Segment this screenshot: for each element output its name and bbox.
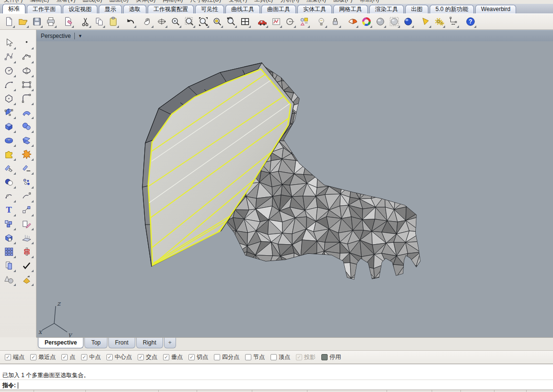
menu-item[interactable]: 工具(L) xyxy=(254,0,273,3)
move-tool-button[interactable] xyxy=(19,203,34,217)
menu-item[interactable]: 文件(F) xyxy=(4,0,23,3)
osnap-checkbox[interactable]: ✓ xyxy=(106,354,113,360)
polygon-tool-button[interactable] xyxy=(1,92,16,106)
curve-point-edit-button[interactable] xyxy=(1,189,16,203)
osnap-节点[interactable]: 节点 xyxy=(245,353,265,361)
color-wheel-button[interactable] xyxy=(359,14,373,29)
osnap-交点[interactable]: ✓交点 xyxy=(138,353,157,361)
sphere-tool-button[interactable] xyxy=(19,119,34,133)
paste-button[interactable] xyxy=(106,14,120,29)
osnap-四分点[interactable]: 四分点 xyxy=(214,353,239,361)
move-car-button[interactable] xyxy=(255,14,269,29)
menu-item[interactable]: 变动(T) xyxy=(228,0,247,3)
plan-drawing-button[interactable] xyxy=(269,14,283,29)
new-file-button[interactable] xyxy=(2,14,16,29)
box-tool-button[interactable] xyxy=(1,119,16,133)
menu-item[interactable]: 编辑(E) xyxy=(30,0,49,3)
copy-tool-button[interactable] xyxy=(1,217,16,231)
options-gears-button[interactable] xyxy=(432,14,446,29)
circle-tool-button[interactable] xyxy=(1,64,16,78)
viewport-dropdown-icon[interactable]: ▼ xyxy=(78,34,82,38)
four-viewports-button[interactable] xyxy=(238,14,252,29)
undo-button[interactable] xyxy=(123,14,137,29)
cut-button[interactable] xyxy=(78,14,92,29)
osnap-点[interactable]: ✓点 xyxy=(61,353,75,361)
extend-curve-button[interactable] xyxy=(19,189,34,203)
array-tool-button[interactable] xyxy=(1,245,16,259)
osnap-checkbox[interactable]: ✓ xyxy=(30,354,36,360)
rectangle-tool-button[interactable] xyxy=(19,78,34,92)
osnap-顶点[interactable]: 顶点 xyxy=(271,353,290,361)
ghosted-sphere-button[interactable] xyxy=(387,14,401,29)
osnap-checkbox[interactable] xyxy=(245,354,251,360)
osnap-最近点[interactable]: ✓最近点 xyxy=(30,353,56,361)
osnap-checkbox[interactable] xyxy=(321,354,328,360)
zoom-window-button[interactable] xyxy=(182,14,196,29)
toolbar-tab-选取[interactable]: 选取 xyxy=(123,5,146,13)
toolbar-tab-可见性[interactable]: 可见性 xyxy=(195,5,224,13)
torus-tool-button[interactable] xyxy=(1,133,16,147)
menu-item[interactable]: 尺寸标注(D) xyxy=(190,0,221,3)
osnap-投影[interactable]: ✓投影 xyxy=(296,353,316,361)
osnap-切点[interactable]: ✓切点 xyxy=(188,353,208,361)
trim-tool-button[interactable] xyxy=(1,161,16,175)
menu-item[interactable]: 查看(V) xyxy=(56,0,75,3)
menu-item[interactable]: 实体(O) xyxy=(136,0,155,3)
osnap-停用[interactable]: 停用 xyxy=(321,353,341,361)
save-file-button[interactable] xyxy=(30,14,44,29)
cone-analysis-button[interactable] xyxy=(418,14,432,29)
control-point-curve-button[interactable] xyxy=(1,50,16,64)
ellipse-tool-button[interactable] xyxy=(19,64,34,78)
rendered-sphere-button[interactable] xyxy=(401,14,415,29)
pan-view-button[interactable] xyxy=(141,14,154,29)
emit-lines-button[interactable] xyxy=(19,231,34,245)
osnap-checkbox[interactable] xyxy=(271,354,277,360)
osnap-checkbox[interactable]: ✓ xyxy=(81,354,87,360)
copy-button[interactable] xyxy=(92,14,106,29)
toolbar-tab-出图[interactable]: 出图 xyxy=(405,5,428,13)
offset-gold-button[interactable] xyxy=(19,273,34,286)
toolbar-tab-实体工具[interactable]: 实体工具 xyxy=(297,5,332,13)
menu-item[interactable]: 曲线(C) xyxy=(82,0,102,3)
text-tool-button[interactable]: T xyxy=(1,203,16,217)
osnap-checkbox[interactable]: ✓ xyxy=(61,354,68,360)
toolbar-tab-曲线工具[interactable]: 曲线工具 xyxy=(225,5,260,13)
layer-pages-button[interactable] xyxy=(1,259,16,273)
explode-tool-button[interactable] xyxy=(19,147,34,161)
zoom-extents-button[interactable] xyxy=(196,14,210,29)
split-tool-button[interactable] xyxy=(19,161,34,175)
zoom-dynamic-button[interactable] xyxy=(168,14,182,29)
point-tool-button[interactable] xyxy=(19,36,34,50)
lightbulb-visibility-button[interactable] xyxy=(314,14,328,29)
shaded-wedge-button[interactable] xyxy=(345,14,359,29)
circle-center-radius-button[interactable] xyxy=(283,14,297,29)
mesh-patch-button[interactable] xyxy=(19,133,34,147)
osnap-checkbox[interactable] xyxy=(214,354,220,360)
toolbar-tab-显示[interactable]: 显示 xyxy=(99,5,122,13)
menu-item[interactable]: 面板(P) xyxy=(333,0,353,3)
osnap-checkbox[interactable]: ✓ xyxy=(163,354,169,360)
selection-filter-button[interactable] xyxy=(297,14,311,29)
toolbar-tab-5.0 的新功能[interactable]: 5.0 的新功能 xyxy=(430,5,474,13)
command-area[interactable]: 已加入 1 个多重曲面至选取集合。 指令: xyxy=(0,364,553,390)
menu-item[interactable]: 渲染(R) xyxy=(306,0,326,3)
toolbar-tab-工作视窗配置[interactable]: 工作视窗配置 xyxy=(148,5,194,13)
arc-tool-button[interactable] xyxy=(1,78,16,92)
new-viewport-tab[interactable]: + xyxy=(164,338,176,348)
menu-item[interactable]: 帮助(H) xyxy=(360,0,379,3)
erase-document-button[interactable] xyxy=(61,14,75,29)
menu-item[interactable]: 分析(A) xyxy=(280,0,299,3)
open-file-button[interactable] xyxy=(16,14,30,29)
select-arrow-button[interactable] xyxy=(1,36,16,50)
toolbar-tab-工作平面[interactable]: 工作平面 xyxy=(27,5,61,13)
osnap-垂点[interactable]: ✓垂点 xyxy=(163,353,183,361)
boolean-tool-button[interactable] xyxy=(1,175,16,189)
check-tool-button[interactable] xyxy=(19,259,34,273)
bend-surface-button[interactable] xyxy=(19,106,34,119)
osnap-端点[interactable]: ✓端点 xyxy=(5,353,24,361)
primitive-solids-button[interactable] xyxy=(1,273,16,286)
point-cloud-button[interactable] xyxy=(19,175,34,189)
lock-objects-button[interactable] xyxy=(328,14,342,29)
plane-tool-button[interactable] xyxy=(19,217,34,231)
viewport-tab-front[interactable]: Front xyxy=(108,338,135,348)
